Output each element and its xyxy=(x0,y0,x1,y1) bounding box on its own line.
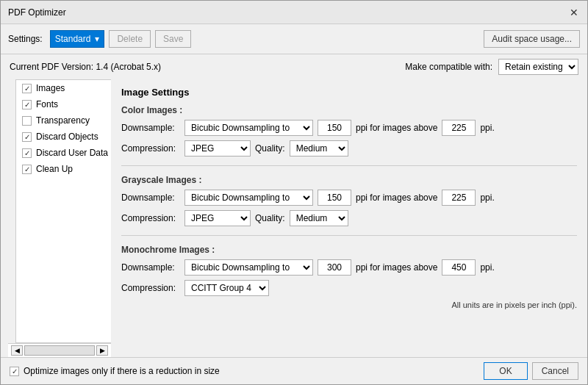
mono-downsample-row: Downsample: Bicubic Downsampling to Off … xyxy=(121,259,577,276)
scroll-track xyxy=(24,345,95,356)
sidebar-item-transparency[interactable]: Transparency xyxy=(16,112,118,129)
gray-downsample-label: Downsample: xyxy=(121,192,180,203)
toolbar: Settings: Standard ▾ Delete Save Audit s… xyxy=(1,24,587,54)
mono-compression-row: Compression: CCITT Group 4 Off CCITT Gro… xyxy=(121,280,577,296)
sidebar: Images Fonts Transparency Discard Object… xyxy=(15,79,118,343)
units-note: All units are in pixels per inch (ppi). xyxy=(121,301,577,309)
sidebar-scrollbar: ◀ ▶ xyxy=(8,343,111,357)
main-content: Images Fonts Transparency Discard Object… xyxy=(1,79,587,357)
cancel-button[interactable]: Cancel xyxy=(532,362,578,380)
sidebar-item-discard-user-data-label: Discard User Data xyxy=(36,148,108,158)
color-downsample-select[interactable]: Bicubic Downsampling to Off Subsampling … xyxy=(184,120,313,136)
grayscale-images-title: Grayscale Images : xyxy=(121,175,577,185)
gray-downsample-select[interactable]: Bicubic Downsampling to Off Subsampling … xyxy=(184,190,313,206)
sidebar-item-images-label: Images xyxy=(36,83,65,93)
gray-compression-row: Compression: JPEG Off ZIP JPEG2000 Quali… xyxy=(121,210,577,226)
sidebar-item-fonts-label: Fonts xyxy=(36,99,58,109)
color-downsample-row: Downsample: Bicubic Downsampling to Off … xyxy=(121,120,577,136)
dialog-buttons: OK Cancel xyxy=(484,362,578,380)
mono-ppi-input[interactable]: 300 xyxy=(318,259,351,276)
make-compatible-label: Make compatible with: xyxy=(405,62,492,72)
compat-select[interactable]: Retain existing Acrobat 4.0 Acrobat 5.0 … xyxy=(498,59,578,75)
bottom-bar: Optimize images only if there is a reduc… xyxy=(1,357,587,384)
color-quality-label: Quality: xyxy=(255,143,285,154)
transparency-checkbox[interactable] xyxy=(22,116,32,126)
color-downsample-label: Downsample: xyxy=(121,123,180,133)
close-icon[interactable]: ✕ xyxy=(568,7,580,18)
dialog-title: PDF Optimizer xyxy=(8,7,66,18)
sidebar-item-images[interactable]: Images xyxy=(16,80,118,96)
mono-compression-select[interactable]: CCITT Group 4 Off CCITT Group 3 ZIP JBIG… xyxy=(184,280,269,296)
ok-button[interactable]: OK xyxy=(484,362,527,380)
title-bar: PDF Optimizer ✕ xyxy=(1,1,587,24)
color-images-title: Color Images : xyxy=(121,105,577,115)
clean-up-checkbox[interactable] xyxy=(22,165,32,174)
color-ppi-label: ppi for images above xyxy=(356,123,437,133)
optimize-label: Optimize images only if there is a reduc… xyxy=(24,366,220,376)
section-title: Image Settings xyxy=(121,87,577,98)
chevron-down-icon: ▾ xyxy=(95,34,99,44)
discard-objects-checkbox[interactable] xyxy=(22,132,32,142)
gray-compression-select[interactable]: JPEG Off ZIP JPEG2000 xyxy=(184,210,251,226)
mono-downsample-label: Downsample: xyxy=(121,262,180,273)
color-quality-select[interactable]: Medium Minimum Low High Maximum xyxy=(290,140,348,156)
images-checkbox[interactable] xyxy=(22,84,32,93)
sidebar-item-clean-up[interactable]: Clean Up xyxy=(16,161,118,177)
gray-ppi-above-input[interactable]: 225 xyxy=(442,190,476,206)
gray-ppi-label: ppi for images above xyxy=(356,192,437,203)
color-compression-select[interactable]: JPEG Off ZIP JPEG2000 xyxy=(184,140,251,156)
mono-downsample-select[interactable]: Bicubic Downsampling to Off Subsampling … xyxy=(184,259,313,276)
pdf-optimizer-dialog: PDF Optimizer ✕ Settings: Standard ▾ Del… xyxy=(0,0,588,385)
sidebar-item-clean-up-label: Clean Up xyxy=(36,164,73,174)
optimize-checkbox-row: Optimize images only if there is a reduc… xyxy=(10,366,220,376)
color-ppi-input[interactable]: 150 xyxy=(318,120,351,136)
color-ppi-above-input[interactable]: 225 xyxy=(442,120,476,136)
pdf-version-label: Current PDF Version: 1.4 (Acrobat 5.x) xyxy=(10,62,161,72)
save-button[interactable]: Save xyxy=(155,30,191,48)
gray-quality-label: Quality: xyxy=(255,213,285,223)
monochrome-images-title: Monochrome Images : xyxy=(121,245,577,255)
scroll-left-icon[interactable]: ◀ xyxy=(11,345,23,356)
settings-dropdown[interactable]: Standard ▾ xyxy=(50,30,105,48)
color-compression-row: Compression: JPEG Off ZIP JPEG2000 Quali… xyxy=(121,140,577,156)
mono-ppi-label: ppi for images above xyxy=(356,262,437,273)
optimize-checkbox[interactable] xyxy=(10,367,19,376)
color-compression-label: Compression: xyxy=(121,143,180,154)
delete-button[interactable]: Delete xyxy=(109,30,151,48)
compat-row: Current PDF Version: 1.4 (Acrobat 5.x) M… xyxy=(1,54,587,79)
sidebar-item-fonts[interactable]: Fonts xyxy=(16,96,118,112)
color-ppi-unit: ppi. xyxy=(480,123,494,133)
content-panel: Image Settings Color Images : Downsample… xyxy=(111,79,587,357)
mono-ppi-above-input[interactable]: 450 xyxy=(442,259,476,276)
sidebar-item-discard-user-data[interactable]: Discard User Data xyxy=(16,145,118,161)
gray-compression-label: Compression: xyxy=(121,213,180,223)
sidebar-item-discard-objects[interactable]: Discard Objects xyxy=(16,129,118,145)
gray-ppi-input[interactable]: 150 xyxy=(318,190,351,206)
audit-space-button[interactable]: Audit space usage... xyxy=(484,30,580,48)
mono-compression-label: Compression: xyxy=(121,283,180,293)
sidebar-item-discard-objects-label: Discard Objects xyxy=(36,132,98,142)
gray-ppi-unit: ppi. xyxy=(480,192,494,203)
sidebar-item-transparency-label: Transparency xyxy=(36,115,90,126)
discard-user-data-checkbox[interactable] xyxy=(22,148,32,158)
scroll-right-icon[interactable]: ▶ xyxy=(96,345,108,356)
mono-ppi-unit: ppi. xyxy=(480,262,494,273)
gray-quality-select[interactable]: Medium Minimum Low High Maximum xyxy=(290,210,348,226)
settings-label: Settings: xyxy=(8,34,43,44)
gray-downsample-row: Downsample: Bicubic Downsampling to Off … xyxy=(121,190,577,206)
fonts-checkbox[interactable] xyxy=(22,100,32,109)
